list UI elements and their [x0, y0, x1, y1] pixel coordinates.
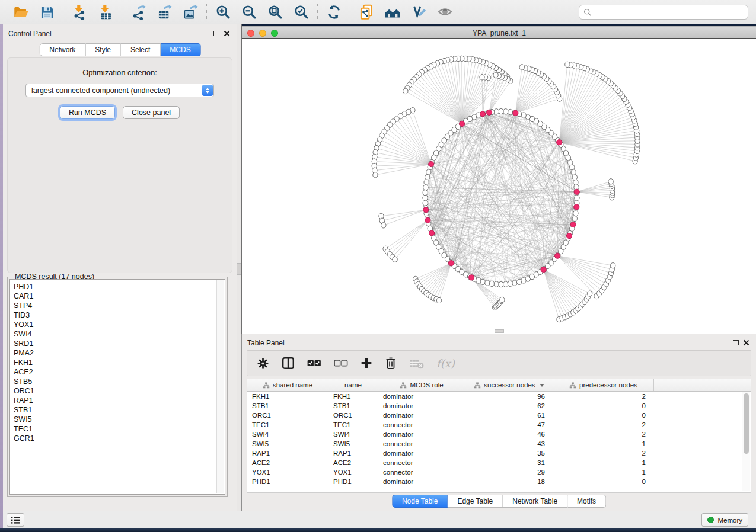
horizontal-splitter-grip[interactable] — [495, 329, 504, 333]
graph-node[interactable] — [425, 174, 430, 180]
table-scrollbar[interactable] — [742, 392, 750, 491]
graph-node[interactable] — [508, 109, 512, 114]
save-session-icon[interactable] — [39, 4, 55, 20]
new-network-from-selection-icon[interactable] — [358, 4, 375, 20]
graph-node[interactable] — [575, 195, 579, 200]
zoom-selected-icon[interactable] — [293, 4, 310, 20]
table-cell[interactable]: connector — [378, 420, 465, 430]
mcds-list-scrollbar[interactable] — [216, 280, 224, 493]
graph-node[interactable] — [565, 62, 570, 67]
graph-node[interactable] — [436, 297, 441, 303]
graph-hub-node[interactable] — [513, 110, 518, 116]
select-all-icon[interactable] — [307, 360, 321, 367]
table-cell[interactable]: TEC1 — [328, 420, 378, 430]
table-cell[interactable]: PHD1 — [247, 477, 328, 486]
table-row[interactable]: ORC1ORC1dominator610 — [247, 411, 751, 420]
mcds-result-item[interactable]: ACE2 — [14, 367, 225, 377]
table-row[interactable]: PHD1PHD1dominator180 — [247, 477, 751, 486]
table-cell[interactable]: 0 — [553, 411, 654, 420]
mcds-result-item[interactable]: TEC1 — [14, 424, 225, 434]
export-image-icon[interactable] — [182, 4, 199, 20]
column-header-MCDS-role[interactable]: MCDS role — [378, 379, 465, 391]
zoom-in-icon[interactable] — [215, 4, 231, 20]
table-cell[interactable]: 2 — [553, 448, 654, 458]
table-cell[interactable]: FKH1 — [247, 392, 328, 401]
graph-hub-node[interactable] — [448, 261, 454, 266]
tab-style[interactable]: Style — [85, 43, 121, 56]
mcds-result-item[interactable]: SWI5 — [14, 415, 225, 424]
table-cell[interactable]: dominator — [378, 430, 465, 439]
graph-node[interactable] — [480, 75, 484, 80]
graph-node[interactable] — [519, 65, 524, 70]
graph-hub-node[interactable] — [480, 111, 485, 117]
graph-hub-node[interactable] — [429, 230, 435, 236]
show-columns-icon[interactable] — [282, 357, 295, 370]
table-cell[interactable]: connector — [378, 458, 465, 467]
mcds-result-list[interactable]: PHD1CAR1STP4TID3YOX1SWI4SRD1PMA2FKH1ACE2… — [9, 279, 225, 495]
zoom-out-icon[interactable] — [241, 4, 257, 20]
eye-icon[interactable] — [436, 4, 453, 20]
vertical-splitter[interactable] — [237, 24, 241, 511]
table-cell[interactable]: 61 — [465, 411, 553, 420]
graph-node[interactable] — [508, 281, 512, 286]
table-cell[interactable]: SWI4 — [328, 430, 378, 439]
table-row[interactable]: ACE2ACE2connector311 — [247, 458, 751, 467]
refresh-icon[interactable] — [326, 4, 342, 20]
table-cell[interactable]: YOX1 — [247, 467, 328, 477]
memory-button[interactable]: Memory — [701, 513, 748, 527]
graph-node[interactable] — [494, 281, 499, 287]
table-cell[interactable]: connector — [378, 467, 465, 477]
graph-hub-node[interactable] — [555, 253, 560, 258]
table-cell[interactable]: dominator — [378, 448, 465, 458]
table-cell[interactable]: YOX1 — [328, 467, 378, 477]
graph-hub-node[interactable] — [425, 217, 430, 223]
table-cell[interactable]: 1 — [553, 458, 654, 467]
close-panel-button[interactable]: Close panel — [123, 106, 180, 119]
mcds-result-item[interactable]: SRD1 — [14, 339, 225, 348]
graph-node[interactable] — [573, 180, 578, 185]
table-cell[interactable]: dominator — [378, 477, 465, 486]
network-window-titlebar[interactable]: YPA_prune.txt_1 — [242, 26, 756, 39]
graph-node[interactable] — [573, 211, 578, 216]
graph-hub-node[interactable] — [423, 207, 429, 213]
table-cell[interactable]: 2 — [553, 420, 654, 430]
run-mcds-button[interactable]: Run MCDS — [60, 106, 115, 119]
graph-node[interactable] — [381, 223, 386, 228]
column-header-name[interactable]: name — [328, 379, 378, 391]
column-header-shared-name[interactable]: shared name — [247, 379, 328, 391]
table-cell[interactable]: 46 — [465, 430, 553, 439]
tab-select[interactable]: Select — [121, 43, 160, 56]
mcds-result-item[interactable]: STB5 — [14, 377, 225, 386]
graph-node[interactable] — [476, 278, 481, 283]
mcds-result-item[interactable]: TID3 — [14, 310, 225, 320]
table-cell[interactable]: STB1 — [328, 401, 378, 411]
graph-hub-node[interactable] — [570, 222, 576, 227]
table-cell[interactable]: 1 — [553, 439, 654, 448]
graph-node[interactable] — [485, 280, 490, 286]
table-cell[interactable]: SWI5 — [247, 439, 328, 448]
network-canvas[interactable] — [242, 39, 756, 334]
table-cell[interactable]: RAP1 — [247, 448, 328, 458]
mcds-result-item[interactable]: SWI4 — [14, 329, 225, 339]
table-cell[interactable]: 0 — [553, 477, 654, 486]
mcds-result-item[interactable]: STP4 — [14, 301, 225, 310]
graph-hub-node[interactable] — [566, 233, 572, 238]
task-history-button[interactable] — [7, 513, 24, 527]
graph-node[interactable] — [423, 185, 428, 190]
graph-node[interactable] — [424, 180, 429, 185]
table-cell[interactable]: 96 — [465, 392, 553, 401]
float-panel-icon[interactable] — [213, 31, 219, 36]
tab-edge-table[interactable]: Edge Table — [448, 495, 503, 508]
gear-icon[interactable] — [257, 357, 269, 370]
criterion-select[interactable]: largest connected component (undirected) — [25, 84, 214, 97]
table-cell[interactable]: 43 — [465, 439, 553, 448]
table-cell[interactable]: 0 — [553, 401, 654, 411]
import-table-icon[interactable] — [97, 4, 114, 20]
mcds-result-item[interactable]: GCR1 — [14, 434, 225, 443]
table-cell[interactable]: 2 — [553, 392, 654, 401]
mcds-result-item[interactable]: FKH1 — [14, 358, 225, 367]
table-cell[interactable]: ORC1 — [247, 411, 328, 420]
table-cell[interactable]: SWI4 — [247, 430, 328, 439]
search-box[interactable] — [579, 5, 748, 20]
search-input[interactable] — [592, 7, 748, 18]
